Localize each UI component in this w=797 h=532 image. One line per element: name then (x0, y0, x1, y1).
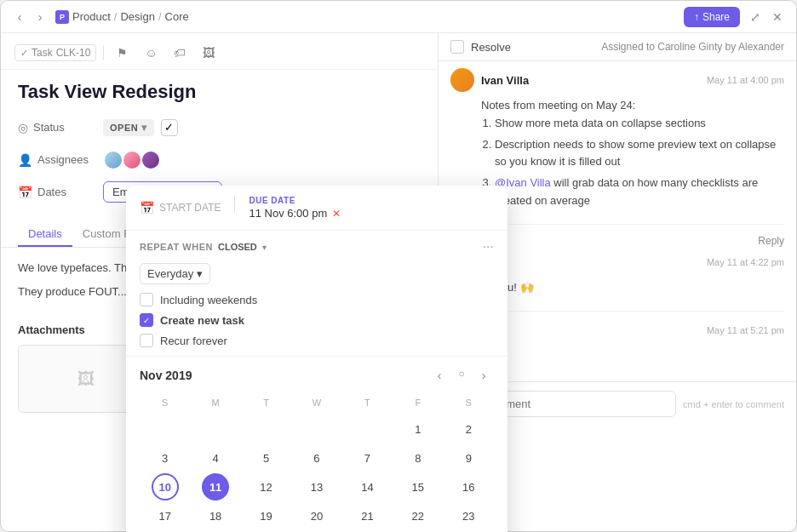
status-open-badge[interactable]: OPEN ▾ (103, 119, 154, 136)
calendar-day[interactable]: 15 (404, 473, 432, 501)
comment-time-3: May 11 at 5:21 pm (707, 325, 784, 335)
calendar-day (202, 415, 229, 443)
recur-forever-label: Recur forever (160, 335, 227, 347)
comment-time-2: May 11 at 4:22 pm (707, 257, 784, 267)
calendar-day[interactable]: 17 (152, 502, 179, 529)
repeat-header: REPEAT WHEN CLOSED ▾ ··· (140, 239, 494, 255)
repeat-title: REPEAT WHEN (140, 242, 213, 252)
task-title-section: Task View Redesign (1, 70, 438, 112)
minimize-button[interactable]: ⤢ (747, 9, 764, 26)
avatar-3 (140, 150, 161, 170)
status-label: ◎ Status (18, 121, 103, 134)
calendar-month: Nov 2019 (140, 369, 192, 382)
activity-header: Resolve Assigned to Caroline Ginty by Al… (439, 33, 796, 61)
calendar-day (353, 415, 381, 443)
calendar-day[interactable]: 21 (353, 502, 381, 529)
calendar-days: 1234567891011121314151617181920212223242… (140, 415, 494, 532)
calendar-day[interactable]: 11 (202, 473, 229, 501)
emoji-button[interactable]: ☺ (140, 42, 162, 64)
title-bar-actions: ↑ Share ⤢ ✕ (684, 7, 786, 27)
calendar-prev-button[interactable]: ‹ (429, 365, 450, 386)
assignees-field-row: 👤 Assignees (18, 147, 421, 173)
calendar-day[interactable]: 19 (253, 502, 280, 529)
due-date-value: 11 Nov 6:00 pm ✕ (249, 207, 341, 220)
tag-button[interactable]: 🏷 (169, 42, 191, 64)
assignees-label: 👤 Assignees (18, 153, 103, 167)
status-value: OPEN ▾ ✓ (103, 119, 421, 136)
create-new-task-label: Create new task (160, 314, 244, 327)
title-bar: ‹ › P Product / Design / Core ↑ Share ⤢ … (1, 1, 796, 33)
calendar-day[interactable]: 22 (404, 502, 432, 529)
frequency-select[interactable]: Everyday ▾ (140, 263, 210, 284)
recur-forever-checkbox[interactable] (140, 334, 153, 347)
calendar-day[interactable]: 10 (152, 473, 179, 501)
calendar-day[interactable]: 14 (353, 473, 381, 501)
calendar-day[interactable]: 7 (353, 444, 381, 472)
breadcrumb: P Product / Design / Core (55, 10, 189, 24)
calendar-day[interactable]: 18 (202, 502, 229, 529)
toolbar-separator (103, 46, 104, 60)
avatar-ivan (450, 68, 474, 92)
dates-label: 📅 Dates (18, 186, 103, 199)
repeat-chevron-icon: ▾ (262, 243, 267, 252)
avatar-1 (103, 150, 123, 170)
comment-hint: cmd + enter to comment (683, 399, 784, 409)
calendar-day[interactable]: 1 (404, 415, 432, 443)
including-weekends-checkbox[interactable] (140, 293, 153, 306)
calendar-day[interactable]: 8 (404, 444, 432, 472)
calendar-day[interactable]: 9 (455, 444, 482, 472)
dates-icon: 📅 (18, 186, 32, 199)
start-date-label: START DATE (159, 202, 221, 214)
status-dropdown-icon: ▾ (141, 122, 147, 134)
close-button[interactable]: ✕ (769, 9, 786, 26)
share-icon: ↑ (694, 11, 699, 23)
calendar-next-button[interactable]: › (473, 365, 494, 386)
assigned-label: Assigned to Caroline Ginty by Alexander (601, 41, 784, 53)
flag-button[interactable]: ⚑ (111, 42, 133, 64)
breadcrumb-core: Core (165, 10, 189, 23)
calendar-day[interactable]: 4 (202, 444, 229, 472)
calendar-day[interactable]: 20 (303, 502, 330, 529)
repeat-status: CLOSED (218, 242, 257, 252)
resolve-row: Resolve (450, 40, 511, 54)
resolve-checkbox[interactable] (450, 40, 464, 54)
reply-button[interactable]: Reply (758, 235, 784, 247)
comment-name-1: Ivan Villa (481, 74, 529, 87)
calendar-header: Nov 2019 ‹ ○ › (140, 365, 494, 386)
repeat-options: Everyday ▾ (140, 263, 494, 284)
task-title: Task View Redesign (18, 80, 421, 105)
calendar-day[interactable]: 6 (303, 444, 330, 472)
create-new-task-checkbox[interactable] (140, 313, 153, 327)
calendar-day[interactable]: 2 (455, 415, 482, 443)
calendar-today-button[interactable]: ○ (453, 365, 470, 382)
calendar-day[interactable]: 12 (253, 473, 280, 501)
calendar-day (152, 415, 179, 443)
image-button[interactable]: 🖼 (198, 42, 220, 64)
frequency-chevron-icon: ▾ (197, 267, 203, 280)
due-date-field: DUE DATE 11 Nov 6:00 pm ✕ (249, 196, 341, 220)
calendar-grid: S M T W T F S 12345678910111213141516171… (140, 394, 494, 532)
status-check-button[interactable]: ✓ (161, 119, 178, 136)
tab-details[interactable]: Details (18, 222, 72, 247)
share-button[interactable]: ↑ Share (684, 7, 740, 27)
calendar-day[interactable]: 16 (455, 473, 482, 501)
due-date-clear-button[interactable]: ✕ (332, 208, 341, 220)
task-toolbar: ✓ Task CLK-10 ⚑ ☺ 🏷 🖼 (1, 33, 438, 70)
calendar-day[interactable]: 5 (253, 444, 280, 472)
calendar-nav: ‹ ○ › (429, 365, 494, 386)
calendar-day[interactable]: 23 (455, 502, 482, 529)
calendar-day[interactable]: 3 (152, 444, 179, 472)
task-check-icon: ✓ (20, 48, 28, 59)
status-icon: ◎ (18, 121, 28, 134)
calendar-day[interactable]: 13 (303, 473, 330, 501)
including-weekends-row: Including weekends (140, 293, 494, 306)
comment-header-1: Ivan Villa May 11 at 4:00 pm (450, 68, 784, 92)
due-date-label: DUE DATE (249, 196, 341, 205)
including-weekends-label: Including weekends (160, 294, 257, 306)
repeat-more-button[interactable]: ··· (483, 239, 494, 255)
forward-button[interactable]: › (32, 9, 49, 26)
back-button[interactable]: ‹ (11, 9, 28, 26)
create-new-task-row: Create new task (140, 313, 494, 327)
date-field-divider (234, 196, 235, 213)
calendar-day (253, 415, 280, 443)
